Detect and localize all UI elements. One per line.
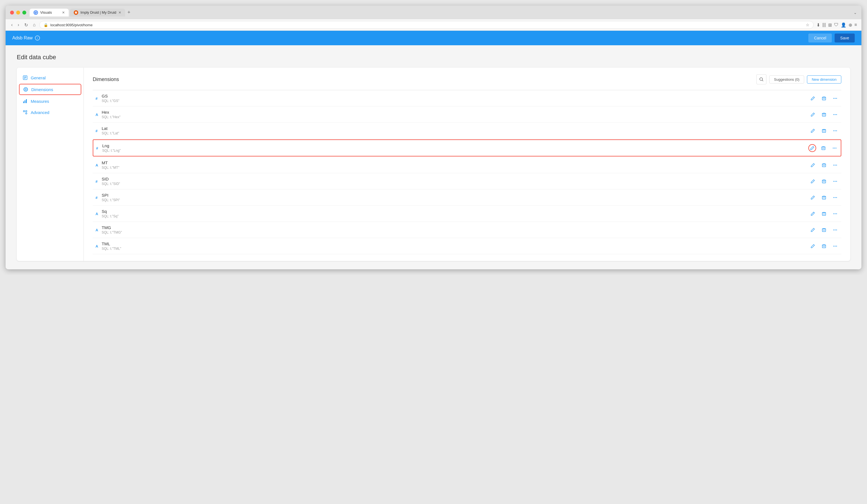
delete-button-hex[interactable] <box>820 111 828 118</box>
browser-window: Visuals ✕ Imply Druid | My Druid ✕ + ⌄ ‹… <box>6 6 861 269</box>
more-button-mt[interactable] <box>831 161 839 169</box>
browser-titlebar: Visuals ✕ Imply Druid | My Druid ✕ + ⌄ <box>6 6 861 19</box>
delete-button-mt[interactable] <box>820 161 828 169</box>
delete-button-sid[interactable] <box>820 178 828 185</box>
tab-close-imply[interactable]: ✕ <box>118 11 121 14</box>
svg-point-86 <box>835 229 836 230</box>
edit-button-tmg[interactable] <box>809 226 817 234</box>
dimension-row-lat: # Lat SQL: t."Lat" <box>93 123 841 139</box>
extensions2-icon[interactable]: ⊕ <box>848 22 852 28</box>
sidebar-item-dimensions[interactable]: Dimensions <box>19 84 81 95</box>
delete-button-tmg[interactable] <box>820 226 828 234</box>
search-button[interactable] <box>757 74 767 84</box>
more-button-lat[interactable] <box>831 127 839 135</box>
delete-button-spi[interactable] <box>820 194 828 202</box>
edit-button-tml[interactable] <box>809 242 817 250</box>
info-icon[interactable]: i <box>35 35 40 41</box>
address-input-container[interactable]: 🔒 localhost:9095/pivot/home ☆ <box>39 21 814 29</box>
maximize-button[interactable] <box>22 11 26 14</box>
edit-button-mt[interactable] <box>809 161 817 169</box>
more-button-gs[interactable] <box>831 94 839 102</box>
dim-name-gs: GS <box>102 94 809 98</box>
dimension-list: # GS SQL: t."GS" <box>93 90 841 254</box>
dim-sql-mt: SQL: t."MT" <box>102 166 809 170</box>
edit-button-spi[interactable] <box>809 194 817 202</box>
dim-info-sid: SID SQL: t."SID" <box>102 176 809 186</box>
more-button-sq[interactable] <box>831 210 839 218</box>
more-button-sid[interactable] <box>831 178 839 185</box>
close-button[interactable] <box>10 11 14 14</box>
extensions-icon[interactable]: ||| <box>822 22 826 28</box>
delete-button-sq[interactable] <box>820 210 828 218</box>
dim-sql-gs: SQL: t."GS" <box>102 99 809 103</box>
dim-info-hex: Hex SQL: t."Hex" <box>102 110 809 119</box>
svg-rect-49 <box>822 164 826 167</box>
menu-icon[interactable]: ≡ <box>854 22 857 28</box>
more-button-spi[interactable] <box>831 194 839 202</box>
delete-button-gs[interactable] <box>820 94 828 102</box>
minimize-button[interactable] <box>16 11 20 14</box>
svg-rect-41 <box>822 147 825 150</box>
sidebar-item-measures[interactable]: Measures <box>17 96 84 107</box>
more-button-tmg[interactable] <box>831 226 839 234</box>
edit-button-gs[interactable] <box>809 94 817 102</box>
edit-button-lat[interactable] <box>809 127 817 135</box>
dim-name-tml: TML <box>102 242 809 246</box>
bookmark-icon[interactable]: ⬇ <box>816 22 820 28</box>
app-title-container: Adsb Raw i <box>12 35 40 41</box>
dim-actions-tmg <box>809 226 841 234</box>
more-button-tml[interactable] <box>831 242 839 250</box>
account-icon[interactable]: 👤 <box>841 22 846 28</box>
edit-button-lng[interactable] <box>809 144 816 152</box>
svg-rect-8 <box>23 101 24 103</box>
svg-text:#: # <box>96 96 98 100</box>
dimension-row-hex: A Hex SQL: t."Hex" <box>93 106 841 123</box>
tab-overflow-arrow[interactable]: ⌄ <box>854 10 857 15</box>
dim-sql-hex: SQL: t."Hex" <box>102 115 809 119</box>
more-button-hex[interactable] <box>831 111 839 118</box>
svg-rect-25 <box>822 114 826 116</box>
sidebar-item-general[interactable]: General <box>17 72 84 83</box>
delete-button-lat[interactable] <box>820 127 828 135</box>
svg-point-37 <box>834 130 834 131</box>
svg-point-47 <box>836 148 837 148</box>
cancel-button[interactable]: Cancel <box>809 33 832 42</box>
delete-button-tml[interactable] <box>820 242 828 250</box>
svg-text:A: A <box>96 163 98 167</box>
new-dimension-button[interactable]: New dimension <box>807 75 841 84</box>
dim-actions-hex <box>809 111 841 118</box>
dim-actions-lng <box>809 144 841 152</box>
tab-imply[interactable]: Imply Druid | My Druid ✕ <box>70 9 125 17</box>
edit-button-hex[interactable] <box>809 111 817 118</box>
sidebar-item-advanced[interactable]: Advanced <box>17 107 84 118</box>
dimensions-title: Dimensions <box>93 77 119 83</box>
dim-icon-sid: # <box>93 179 102 184</box>
dim-actions-tml <box>809 242 841 250</box>
suggestions-button[interactable]: Suggestions (0) <box>769 75 804 84</box>
svg-rect-10 <box>26 99 27 103</box>
tab-close-visuals[interactable]: ✕ <box>62 11 65 14</box>
forward-button[interactable]: › <box>17 21 20 29</box>
tab-manager-icon[interactable]: ⊞ <box>828 22 832 28</box>
edit-button-sq[interactable] <box>809 210 817 218</box>
svg-text:#: # <box>96 195 98 200</box>
reload-button[interactable]: ↻ <box>23 21 29 29</box>
more-button-lng[interactable] <box>831 144 838 152</box>
advanced-icon <box>22 109 28 115</box>
svg-point-45 <box>833 148 834 148</box>
home-button[interactable]: ⌂ <box>32 21 37 29</box>
edit-button-sid[interactable] <box>809 178 817 185</box>
save-button[interactable]: Save <box>835 33 855 42</box>
dim-actions-mt <box>809 161 841 169</box>
new-tab-button[interactable]: + <box>126 8 131 17</box>
svg-point-12 <box>26 113 27 114</box>
delete-button-lng[interactable] <box>820 144 827 152</box>
shield-icon[interactable]: 🛡 <box>834 22 838 28</box>
svg-point-69 <box>834 197 834 198</box>
dim-icon-tmg: A <box>93 228 102 232</box>
dimensions-section-header: Dimensions Suggestions (0) New dimension <box>93 74 841 84</box>
back-button[interactable]: ‹ <box>10 21 14 29</box>
svg-point-39 <box>836 130 837 131</box>
tab-visuals[interactable]: Visuals ✕ <box>30 9 69 17</box>
dim-icon-mt: A <box>93 163 102 167</box>
